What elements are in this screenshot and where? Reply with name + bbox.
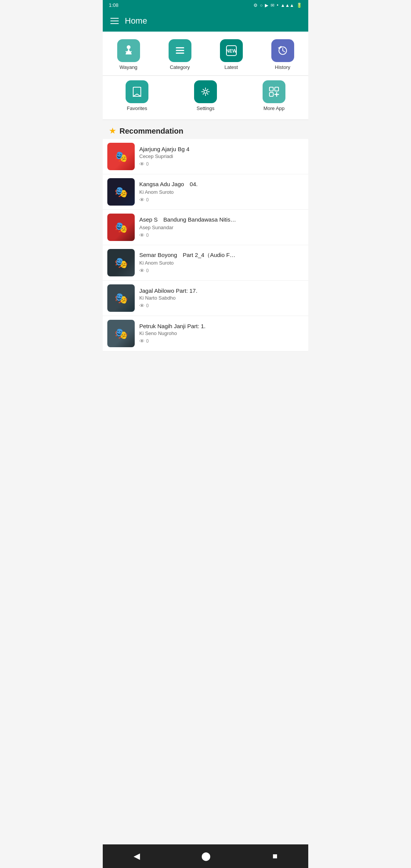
hamburger-line-3 [110, 23, 119, 24]
history-icon-wrap [271, 39, 294, 62]
item-views-6: 👁 0 [139, 338, 304, 344]
thumb-emoji-4: 🎭 [107, 249, 135, 276]
wayang-icon-wrap [117, 39, 140, 62]
status-time: 1:08 [109, 2, 118, 8]
nav-item-moreapp[interactable]: More App [240, 77, 308, 115]
views-count-4: 0 [146, 268, 149, 273]
item-subtitle-3: Asep Sunandar [139, 225, 304, 230]
circle-status-icon: ○ [260, 3, 263, 8]
svg-rect-6 [176, 47, 184, 48]
thumb-emoji-3: 🎭 [107, 214, 135, 241]
item-info-5: Jagal Abilowo Part: 17. Ki Narto Sabdho … [139, 287, 304, 309]
svg-rect-8 [176, 53, 184, 54]
wayang-icon [122, 44, 135, 57]
item-title-1: Ajarjung Ajarju Bg 4 [139, 146, 304, 152]
hamburger-menu-button[interactable] [109, 16, 120, 26]
item-subtitle-5: Ki Narto Sabdho [139, 295, 304, 301]
item-subtitle-4: Ki Anom Suroto [139, 260, 304, 266]
hamburger-line-1 [110, 18, 119, 19]
item-views-4: 👁 0 [139, 268, 304, 274]
item-info-2: Kangsa Adu Jago 04. Ki Anom Suroto 👁 0 [139, 181, 304, 203]
status-icons: ⚙ ○ ▶ ✉ • ▲▲▲ 🔋 [253, 3, 302, 8]
eye-icon-2: 👁 [139, 197, 145, 203]
settings-icon-wrap [194, 80, 217, 103]
list-item[interactable]: 🎭 Kangsa Adu Jago 04. Ki Anom Suroto 👁 0 [103, 174, 308, 210]
item-title-5: Jagal Abilowo Part: 17. [139, 287, 304, 294]
moreapp-label: More App [263, 105, 285, 111]
item-thumbnail-6: 🎭 [107, 320, 135, 347]
svg-rect-18 [267, 85, 281, 99]
thumb-emoji-2: 🎭 [107, 178, 135, 206]
list-item[interactable]: 🎭 Ajarjung Ajarju Bg 4 Cecep Supriadi 👁 … [103, 139, 308, 174]
thumb-emoji-5: 🎭 [107, 284, 135, 312]
nav-item-latest[interactable]: NEW Latest [206, 36, 257, 74]
eye-icon-4: 👁 [139, 268, 145, 274]
list-item[interactable]: 🎭 Jagal Abilowo Part: 17. Ki Narto Sabdh… [103, 281, 308, 316]
item-info-1: Ajarjung Ajarju Bg 4 Cecep Supriadi 👁 0 [139, 146, 304, 167]
nav-item-category[interactable]: Category [154, 36, 206, 74]
favorites-label: Favorites [127, 105, 147, 111]
recommendation-header: ★ Recommendation [103, 120, 308, 139]
latest-icon: NEW [225, 44, 238, 57]
item-views-3: 👁 0 [139, 232, 304, 238]
eye-icon-5: 👁 [139, 303, 145, 309]
page-title: Home [125, 16, 147, 26]
recommendation-title: Recommendation [119, 127, 183, 136]
item-title-4: Semar Boyong Part 2_4（Audio F… [139, 252, 304, 259]
status-bar: 1:08 ⚙ ○ ▶ ✉ • ▲▲▲ 🔋 [103, 0, 308, 10]
time-display: 1:08 [109, 2, 118, 8]
item-subtitle-2: Ki Anom Suroto [139, 189, 304, 195]
svg-rect-16 [199, 85, 212, 99]
views-count-3: 0 [146, 233, 149, 238]
nav-item-settings[interactable]: Settings [171, 77, 240, 115]
settings-label: Settings [197, 105, 215, 111]
battery-icon: 🔋 [296, 3, 302, 8]
svg-rect-7 [176, 50, 184, 51]
latest-icon-wrap: NEW [220, 39, 243, 62]
nav-item-history[interactable]: History [257, 36, 308, 74]
recommendation-star-icon: ★ [109, 126, 116, 136]
wayang-label: Wayang [119, 64, 137, 70]
list-item[interactable]: 🎭 Semar Boyong Part 2_4（Audio F… Ki Anom… [103, 245, 308, 281]
category-icon-wrap [169, 39, 191, 62]
history-icon [276, 44, 290, 57]
nav-row-2: Favorites Settings More App [103, 76, 308, 120]
views-count-1: 0 [146, 161, 149, 167]
item-subtitle-1: Cecep Supriadi [139, 153, 304, 159]
views-count-2: 0 [146, 197, 149, 203]
item-views-5: 👁 0 [139, 303, 304, 309]
list-item[interactable]: 🎭 Asep S Bandung Bandawasa Nitis… Asep S… [103, 210, 308, 245]
moreapp-icon-wrap [263, 80, 285, 103]
svg-text:NEW: NEW [226, 48, 237, 54]
nav-item-favorites[interactable]: Favorites [103, 77, 171, 115]
wifi-icon: ▲▲▲ [280, 3, 294, 8]
dot-status-icon: • [277, 3, 278, 8]
latest-label: Latest [225, 64, 238, 70]
play-status-icon: ▶ [265, 3, 268, 8]
favorites-icon-wrap [126, 80, 148, 103]
list-item[interactable]: 🎭 Petruk Nagih Janji Part: 1. Ki Seno Nu… [103, 316, 308, 351]
thumb-emoji-6: 🎭 [107, 320, 135, 347]
favorites-icon [130, 85, 144, 99]
item-thumbnail-5: 🎭 [107, 284, 135, 312]
settings-icon [199, 85, 212, 99]
item-title-6: Petruk Nagih Janji Part: 1. [139, 323, 304, 329]
eye-icon-6: 👁 [139, 338, 145, 344]
nav-item-wayang[interactable]: Wayang [103, 36, 154, 74]
views-count-5: 0 [146, 303, 149, 308]
svg-point-1 [127, 45, 131, 49]
eye-icon-3: 👁 [139, 232, 145, 238]
item-thumbnail-4: 🎭 [107, 249, 135, 276]
mail-status-icon: ✉ [271, 3, 274, 8]
item-views-2: 👁 0 [139, 197, 304, 203]
views-count-6: 0 [146, 338, 149, 344]
item-info-6: Petruk Nagih Janji Part: 1. Ki Seno Nugr… [139, 323, 304, 344]
app-bar: Home [103, 10, 308, 32]
recommendation-list: 🎭 Ajarjung Ajarju Bg 4 Cecep Supriadi 👁 … [103, 139, 308, 351]
moreapp-icon [267, 85, 281, 99]
item-info-4: Semar Boyong Part 2_4（Audio F… Ki Anom S… [139, 252, 304, 274]
history-label: History [275, 64, 290, 70]
category-icon [173, 44, 187, 57]
item-thumbnail-2: 🎭 [107, 178, 135, 206]
item-title-3: Asep S Bandung Bandawasa Nitis… [139, 216, 304, 223]
